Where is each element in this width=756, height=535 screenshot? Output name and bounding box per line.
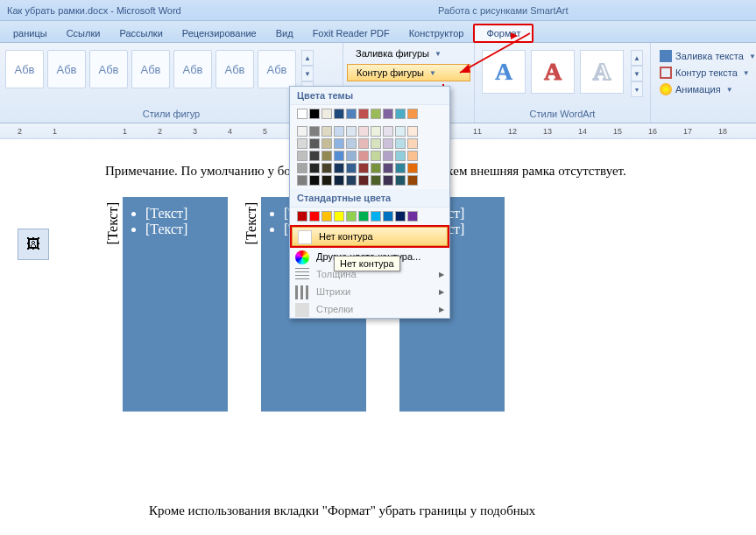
color-swatch[interactable] xyxy=(383,151,393,161)
shape-style-2[interactable]: Абв xyxy=(47,50,86,88)
color-swatch[interactable] xyxy=(297,109,307,119)
color-swatch[interactable] xyxy=(334,175,344,186)
color-swatch[interactable] xyxy=(371,175,381,186)
color-swatch[interactable] xyxy=(358,211,369,222)
color-swatch[interactable] xyxy=(407,109,418,119)
text-fill-button[interactable]: Заливка текста ▼ xyxy=(656,48,756,64)
color-swatch[interactable] xyxy=(395,138,406,149)
color-swatch[interactable] xyxy=(383,211,393,222)
shape-style-3[interactable]: Абв xyxy=(89,50,128,88)
color-swatch[interactable] xyxy=(395,109,406,119)
color-swatch[interactable] xyxy=(321,211,332,222)
color-swatch[interactable] xyxy=(321,126,332,137)
color-swatch[interactable] xyxy=(407,175,418,186)
wordart-up[interactable]: ▲ xyxy=(631,50,643,66)
color-swatch[interactable] xyxy=(321,151,332,161)
color-swatch[interactable] xyxy=(407,126,418,137)
color-swatch[interactable] xyxy=(309,151,320,161)
color-swatch[interactable] xyxy=(383,126,393,137)
color-swatch[interactable] xyxy=(407,163,418,173)
list-item[interactable]: [Текст] xyxy=(145,222,221,237)
wordart-more[interactable]: ▾ xyxy=(631,81,643,97)
color-swatch[interactable] xyxy=(358,163,369,173)
color-swatch[interactable] xyxy=(297,126,307,137)
color-swatch[interactable] xyxy=(321,163,332,173)
shape-style-1[interactable]: Абв xyxy=(5,50,44,88)
animation-button[interactable]: Анимация ▼ xyxy=(656,81,756,97)
color-swatch[interactable] xyxy=(358,138,369,149)
wordart-style-3[interactable]: А xyxy=(580,50,624,94)
shape-style-4[interactable]: Абв xyxy=(131,50,170,88)
color-swatch[interactable] xyxy=(297,175,307,186)
color-swatch[interactable] xyxy=(297,151,307,161)
color-swatch[interactable] xyxy=(297,163,307,173)
color-swatch[interactable] xyxy=(371,126,381,137)
color-swatch[interactable] xyxy=(383,175,393,186)
color-swatch[interactable] xyxy=(297,211,307,222)
color-swatch[interactable] xyxy=(407,138,418,149)
color-swatch[interactable] xyxy=(334,151,344,161)
color-swatch[interactable] xyxy=(395,126,406,137)
color-swatch[interactable] xyxy=(371,163,381,173)
picture-placeholder-1[interactable] xyxy=(18,229,49,260)
color-swatch[interactable] xyxy=(358,126,369,137)
color-swatch[interactable] xyxy=(334,126,344,137)
gallery-up[interactable]: ▲ xyxy=(301,50,314,66)
color-swatch[interactable] xyxy=(346,126,357,137)
wordart-down[interactable]: ▼ xyxy=(631,66,643,81)
color-swatch[interactable] xyxy=(309,211,320,222)
color-swatch[interactable] xyxy=(321,175,332,186)
shape-style-6[interactable]: Абв xyxy=(215,50,254,88)
color-swatch[interactable] xyxy=(371,138,381,149)
color-swatch[interactable] xyxy=(309,126,320,137)
color-swatch[interactable] xyxy=(407,151,418,161)
color-swatch[interactable] xyxy=(309,175,320,186)
tab-mailings[interactable]: Рассылки xyxy=(110,24,172,42)
color-swatch[interactable] xyxy=(309,163,320,173)
vertical-text-1[interactable]: [Текст] xyxy=(105,197,121,250)
text-outline-button[interactable]: Контур текста ▼ xyxy=(656,65,756,81)
color-swatch[interactable] xyxy=(395,151,406,161)
color-swatch[interactable] xyxy=(334,138,344,149)
color-swatch[interactable] xyxy=(346,109,357,119)
color-swatch[interactable] xyxy=(371,211,381,222)
tab-review[interactable]: Рецензирование xyxy=(173,24,266,42)
color-swatch[interactable] xyxy=(395,175,406,186)
color-swatch[interactable] xyxy=(358,175,369,186)
color-swatch[interactable] xyxy=(407,211,418,222)
arrows-item[interactable]: Стрелки ▶ xyxy=(290,300,449,318)
vertical-text-2[interactable]: [Текст] xyxy=(244,197,259,250)
color-swatch[interactable] xyxy=(309,109,320,119)
color-swatch[interactable] xyxy=(346,175,357,186)
tab-links[interactable]: Ссылки xyxy=(57,24,110,42)
color-swatch[interactable] xyxy=(383,163,393,173)
tab-view[interactable]: Вид xyxy=(266,24,303,42)
color-swatch[interactable] xyxy=(334,163,344,173)
color-swatch[interactable] xyxy=(321,138,332,149)
color-swatch[interactable] xyxy=(321,109,332,119)
no-outline-item[interactable]: Нет контура xyxy=(292,227,448,246)
color-swatch[interactable] xyxy=(346,163,357,173)
color-swatch[interactable] xyxy=(383,138,393,149)
color-swatch[interactable] xyxy=(309,138,320,149)
color-swatch[interactable] xyxy=(334,211,344,222)
color-swatch[interactable] xyxy=(297,138,307,149)
shape-style-7[interactable]: Абв xyxy=(258,50,296,88)
color-swatch[interactable] xyxy=(346,138,357,149)
tab-foxit[interactable]: Foxit Reader PDF xyxy=(303,24,399,42)
color-swatch[interactable] xyxy=(395,211,406,222)
gallery-down[interactable]: ▼ xyxy=(301,66,314,81)
list-item[interactable]: [Текст] xyxy=(145,206,221,222)
smartart-block-1[interactable]: [Текст] [Текст] xyxy=(123,197,228,412)
color-swatch[interactable] xyxy=(358,109,369,119)
color-swatch[interactable] xyxy=(395,163,406,173)
dashes-item[interactable]: Штрихи ▶ xyxy=(290,283,449,300)
shape-style-5[interactable]: Абв xyxy=(173,50,212,88)
color-swatch[interactable] xyxy=(371,109,381,119)
color-swatch[interactable] xyxy=(346,211,357,222)
tab-pages[interactable]: раницы xyxy=(4,24,57,42)
color-swatch[interactable] xyxy=(358,151,369,161)
color-swatch[interactable] xyxy=(334,109,344,119)
color-swatch[interactable] xyxy=(371,151,381,161)
color-swatch[interactable] xyxy=(346,151,357,161)
